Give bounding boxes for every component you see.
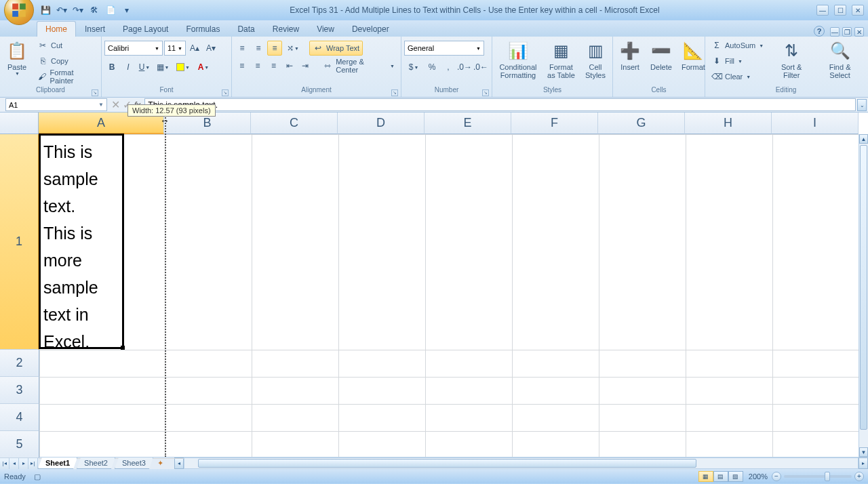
qat-customize-icon[interactable]: ▾: [121, 4, 133, 16]
tab-developer[interactable]: Developer: [343, 21, 398, 37]
prev-sheet-button[interactable]: ◂: [9, 458, 19, 469]
undo-icon[interactable]: ↶▾: [56, 4, 68, 16]
last-sheet-button[interactable]: ▸|: [28, 458, 38, 469]
row-header-1[interactable]: 1: [0, 134, 39, 350]
workbook-close-button[interactable]: ✕: [854, 27, 864, 37]
merge-center-button[interactable]: ⇿Merge & Center▼: [319, 58, 398, 73]
cell-styles-button[interactable]: ▥Cell Styles: [581, 38, 610, 81]
close-button[interactable]: ✕: [852, 5, 864, 16]
tab-page-layout[interactable]: Page Layout: [114, 21, 177, 37]
sheet-tab-sheet2[interactable]: Sheet2: [77, 458, 115, 469]
horizontal-scroll-thumb[interactable]: [198, 459, 696, 468]
increase-indent-button[interactable]: ⇥: [298, 58, 313, 73]
bold-button[interactable]: B: [104, 60, 119, 75]
sheet-tab-sheet1[interactable]: Sheet1: [38, 458, 77, 469]
decrease-decimal-button[interactable]: .0←: [473, 60, 488, 75]
align-middle-button[interactable]: ≡: [251, 41, 266, 56]
font-color-button[interactable]: A▼: [194, 60, 213, 75]
column-header-d[interactable]: D: [338, 113, 425, 134]
number-format-combo[interactable]: General▼: [404, 41, 484, 56]
tab-review[interactable]: Review: [264, 21, 308, 37]
row-header-2[interactable]: 2: [0, 350, 39, 377]
borders-button[interactable]: ▦▼: [153, 60, 172, 75]
sheet-tab-sheet3[interactable]: Sheet3: [115, 458, 153, 469]
horizontal-scrollbar[interactable]: ◂ ▸: [174, 458, 868, 469]
italic-button[interactable]: I: [121, 60, 136, 75]
first-sheet-button[interactable]: |◂: [0, 458, 9, 469]
cut-button[interactable]: ✂Cut: [34, 38, 98, 53]
zoom-slider-thumb[interactable]: [825, 472, 830, 481]
formula-bar-expand-button[interactable]: ⌄: [857, 99, 867, 111]
delete-cells-button[interactable]: ➖Delete: [647, 38, 675, 73]
format-as-table-button[interactable]: ▦Format as Table: [544, 38, 578, 81]
fill-handle[interactable]: [121, 346, 125, 350]
align-left-button[interactable]: ≡: [235, 58, 249, 73]
tab-view[interactable]: View: [308, 21, 343, 37]
workbook-minimize-button[interactable]: —: [830, 27, 840, 37]
increase-decimal-button[interactable]: .0→: [457, 60, 472, 75]
select-all-corner[interactable]: [0, 113, 39, 134]
vertical-scroll-thumb[interactable]: [860, 145, 867, 430]
shrink-font-button[interactable]: A▾: [203, 41, 218, 56]
orientation-button[interactable]: ⤭▼: [283, 41, 302, 56]
tab-home[interactable]: Home: [37, 21, 76, 37]
minimize-button[interactable]: —: [816, 5, 829, 16]
percent-button[interactable]: %: [425, 60, 439, 75]
zoom-slider[interactable]: [784, 475, 852, 478]
align-bottom-button[interactable]: ≡: [267, 41, 282, 56]
copy-button[interactable]: ⎘Copy: [34, 54, 98, 68]
font-size-combo[interactable]: 11▼: [164, 41, 186, 56]
font-dialog-launcher[interactable]: ↘: [222, 89, 229, 96]
row-header-3[interactable]: 3: [0, 377, 39, 404]
scroll-left-button[interactable]: ◂: [174, 458, 184, 469]
tab-insert[interactable]: Insert: [76, 21, 114, 37]
macro-record-icon[interactable]: ▢: [34, 472, 41, 481]
column-header-h[interactable]: H: [685, 113, 772, 134]
next-sheet-button[interactable]: ▸: [19, 458, 28, 469]
align-right-button[interactable]: ≡: [267, 58, 281, 73]
clear-button[interactable]: ⌫Clear▼: [708, 69, 767, 84]
tab-data[interactable]: Data: [229, 21, 263, 37]
number-dialog-launcher[interactable]: ↘: [482, 89, 489, 96]
find-select-button[interactable]: 🔍Find & Select: [816, 38, 864, 81]
vertical-scrollbar[interactable]: ▲ ▼: [859, 134, 868, 457]
row-header-5[interactable]: 5: [0, 431, 39, 458]
row-header-4[interactable]: 4: [0, 404, 39, 431]
grow-font-button[interactable]: A▴: [187, 41, 202, 56]
format-cells-button[interactable]: 📐Format: [678, 38, 709, 73]
align-center-button[interactable]: ≡: [250, 58, 264, 73]
fill-color-button[interactable]: ▼: [174, 60, 193, 75]
scroll-right-button[interactable]: ▸: [859, 458, 868, 469]
zoom-level[interactable]: 200%: [749, 472, 768, 481]
help-icon[interactable]: ?: [814, 26, 825, 37]
comma-button[interactable]: ,: [441, 60, 456, 75]
clipboard-dialog-launcher[interactable]: ↘: [92, 89, 98, 96]
name-box[interactable]: A1▼: [5, 98, 107, 111]
tab-formulas[interactable]: Formulas: [177, 21, 229, 37]
column-header-f[interactable]: F: [511, 113, 598, 134]
column-header-c[interactable]: C: [251, 113, 338, 134]
redo-icon[interactable]: ↷▾: [72, 4, 84, 16]
zoom-in-button[interactable]: +: [854, 472, 864, 481]
column-header-g[interactable]: G: [598, 113, 685, 134]
font-name-combo[interactable]: Calibri▼: [104, 41, 163, 56]
maximize-button[interactable]: ☐: [834, 5, 846, 16]
wrap-text-button[interactable]: ↩Wrap Text: [309, 41, 363, 56]
formula-bar[interactable]: This is sample text.: [144, 98, 856, 111]
new-sheet-button[interactable]: ✦: [153, 458, 169, 469]
insert-cells-button[interactable]: ➕Insert: [616, 38, 644, 73]
page-break-view-button[interactable]: ▧: [728, 471, 743, 482]
cancel-formula-icon[interactable]: ✕: [111, 98, 120, 111]
cell-a1[interactable]: This is sample text. This is more sample…: [39, 134, 124, 349]
scroll-up-button[interactable]: ▲: [859, 134, 868, 144]
column-header-i[interactable]: I: [772, 113, 859, 134]
normal-view-button[interactable]: ▦: [698, 471, 713, 482]
worksheet-grid[interactable]: ABCDEFGHI 12345 Width: 12.57 (93 pixels)…: [0, 113, 868, 457]
column-header-e[interactable]: E: [425, 113, 511, 134]
page-layout-view-button[interactable]: ▤: [713, 471, 728, 482]
scroll-down-button[interactable]: ▼: [859, 447, 868, 457]
zoom-out-button[interactable]: −: [772, 472, 781, 481]
save-icon[interactable]: 💾: [39, 4, 52, 16]
sort-filter-button[interactable]: ⇅Sort & Filter: [770, 38, 813, 81]
print-preview-icon[interactable]: 📄: [104, 4, 117, 16]
